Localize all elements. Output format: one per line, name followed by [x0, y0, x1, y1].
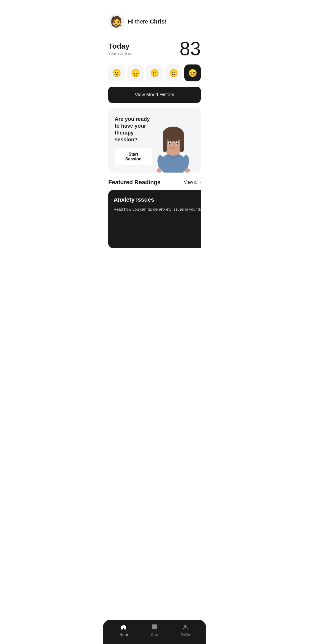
- greeting-text: Hi there Chris!: [128, 18, 166, 25]
- profile-icon: [182, 624, 189, 632]
- greeting-prefix: Hi there: [128, 18, 150, 25]
- readings-row: Anxiety Issues Read how you can tackle a…: [108, 190, 201, 249]
- mood-happy-button[interactable]: 🙂: [165, 64, 182, 81]
- score-today-label: Today: [108, 42, 132, 50]
- score-labels: Today Your score is:: [108, 42, 132, 55]
- mood-selector: 😟 😞 😕 🙂 😊: [103, 64, 206, 87]
- chevron-right-icon: ›: [199, 180, 201, 184]
- therapy-text-area: Are you ready to have your therapy sessi…: [115, 115, 152, 173]
- therapy-avatar: [152, 118, 194, 173]
- svg-point-12: [172, 146, 174, 147]
- avatar: 🧔: [108, 14, 124, 30]
- reading-card-description: Read how you can tackle anxiety issues i…: [114, 206, 201, 234]
- score-subtitle: Your score is:: [108, 51, 132, 55]
- svg-point-15: [157, 168, 162, 173]
- nav-home-label: Home: [119, 633, 128, 637]
- therapy-card: Are you ready to have your therapy sessi…: [108, 108, 201, 173]
- featured-title: Featured Readings: [108, 179, 161, 186]
- nav-chat[interactable]: Chat: [139, 624, 170, 637]
- view-all-link[interactable]: View all ›: [184, 180, 201, 185]
- reading-card-read-link[interactable]: Read: [114, 238, 201, 243]
- mood-sad-button[interactable]: 😞: [127, 64, 144, 81]
- nav-profile[interactable]: Profile: [170, 624, 201, 637]
- view-all-label: View all: [184, 180, 198, 185]
- featured-readings-section: Featured Readings View all › Anxiety Iss…: [103, 179, 206, 254]
- bottom-nav: Home Chat Profile: [103, 620, 206, 644]
- featured-header: Featured Readings View all ›: [108, 179, 201, 186]
- score-section: Today Your score is: 83: [103, 35, 206, 64]
- nav-profile-label: Profile: [181, 633, 190, 637]
- nav-chat-label: Chat: [151, 633, 158, 637]
- svg-rect-4: [163, 133, 167, 152]
- nav-home[interactable]: Home: [108, 624, 139, 637]
- svg-point-10: [169, 143, 170, 144]
- user-name: Chris: [150, 18, 165, 25]
- mood-very-sad-button[interactable]: 😟: [108, 64, 125, 81]
- avatar-icon: 🧔: [110, 16, 123, 28]
- start-session-button[interactable]: Start Session: [115, 148, 152, 165]
- score-number: 83: [180, 39, 201, 58]
- greeting-suffix: !: [165, 18, 166, 25]
- mood-neutral-button[interactable]: 😕: [146, 64, 163, 81]
- home-icon: [120, 624, 127, 632]
- header: 🧔 Hi there Chris!: [103, 12, 206, 35]
- therapy-question: Are you ready to have your therapy sessi…: [115, 115, 152, 143]
- view-mood-history-button[interactable]: View Mood History: [108, 87, 201, 103]
- reading-card-title: Anxiety Issues: [114, 196, 201, 203]
- mood-very-happy-button[interactable]: 😊: [184, 64, 201, 81]
- reading-card-anxiety[interactable]: Anxiety Issues Read how you can tackle a…: [108, 190, 201, 248]
- svg-point-11: [177, 143, 178, 144]
- svg-point-16: [185, 168, 190, 173]
- chat-icon: [151, 624, 158, 632]
- svg-point-17: [184, 625, 186, 627]
- svg-rect-5: [180, 133, 184, 152]
